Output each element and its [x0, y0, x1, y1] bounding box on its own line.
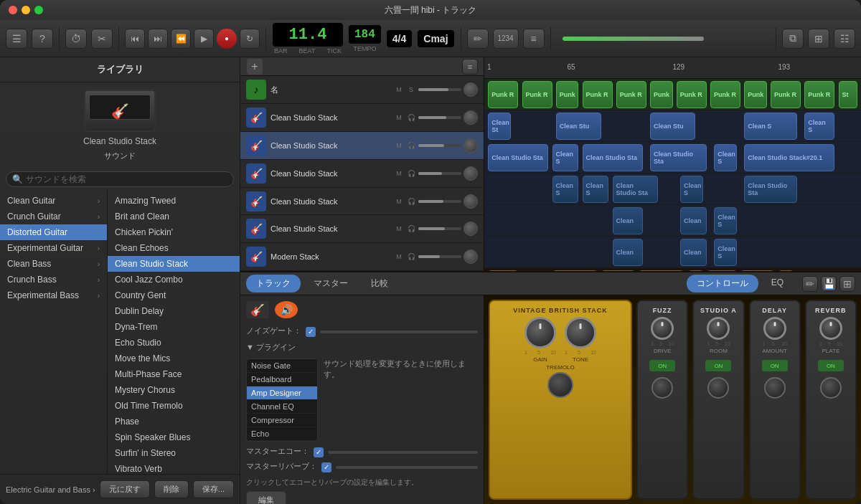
clip-clean-studio-sta-3-4[interactable]: Clean Studio Sta: [650, 144, 707, 171]
smart-controls-btn[interactable]: ⧉: [782, 29, 804, 49]
master-echo-slider[interactable]: [328, 451, 478, 454]
clip-clean-5-2[interactable]: Clean: [680, 207, 707, 234]
clip-clean-s-3-5[interactable]: Clean S: [714, 144, 737, 171]
library-subitem-brit-and-clean[interactable]: Brit and Clean: [108, 209, 240, 224]
clip-clean-s-6-3[interactable]: Clean S: [714, 239, 737, 266]
clip-clean-stu-2-2[interactable]: Clean Stu: [556, 113, 601, 140]
tab-compare[interactable]: 比較: [361, 275, 398, 293]
library-subitem-echo-studio[interactable]: Echo Studio: [108, 335, 240, 351]
clip-punk-r-2[interactable]: Punk R: [522, 81, 552, 108]
compare-btn[interactable]: ⊞: [839, 276, 855, 292]
library-item-crunch-bass[interactable]: Crunch Bass ›: [0, 272, 107, 287]
track-pan-knob-1[interactable]: [464, 82, 478, 97]
mute-btn-5[interactable]: M: [394, 196, 404, 206]
mute-btn-6[interactable]: M: [394, 224, 404, 234]
track-row-5[interactable]: 🎸 Clean Studio Stack M 🎧: [240, 188, 484, 216]
reverb-tremolo-knob[interactable]: [820, 377, 842, 399]
clip-punk-r-10[interactable]: Punk R: [771, 81, 801, 108]
clip-modern-stack07-7-4[interactable]: Modern Stack#07.1: [639, 270, 684, 271]
clip-modern-stac-7-6[interactable]: Modern Stac: [707, 270, 737, 271]
amp-gain-knob[interactable]: [524, 317, 556, 348]
tremolo-knob[interactable]: [547, 372, 573, 398]
library-subitem-dublin-delay[interactable]: Dublin Delay: [108, 303, 240, 319]
delete-button[interactable]: 削除: [154, 480, 189, 498]
library-item-clean-guitar[interactable]: Clean Guitar ›: [0, 193, 107, 209]
rewind-btn[interactable]: ⏮: [125, 29, 145, 49]
master-reverb-slider[interactable]: [336, 466, 478, 469]
library-btn[interactable]: ☰: [6, 29, 27, 49]
library-subitem-old-time-tremolo[interactable]: Old Time Tremolo: [108, 398, 240, 414]
clip-clean-s-3-2[interactable]: Clean S: [552, 144, 579, 171]
amp-tone-knob[interactable]: [565, 317, 596, 348]
fast-forward-btn[interactable]: ⏭: [148, 29, 168, 49]
library-subitem-mystery-chorus[interactable]: Mystery Chorus: [108, 382, 240, 398]
clip-clean-studio-sta-3-1[interactable]: Clean Studio Sta: [488, 144, 548, 171]
track-row-3[interactable]: 🎸 Clean Studio Stack M 🎧: [240, 132, 484, 160]
edit-button[interactable]: 編集: [246, 491, 286, 504]
pencil-btn[interactable]: ✏: [802, 276, 818, 292]
fuzz-on-toggle[interactable]: ON: [649, 360, 675, 371]
clip-mo-7-8[interactable]: Mo: [778, 270, 794, 271]
tempo-display[interactable]: 184: [348, 24, 382, 44]
clip-clean-s-2-5[interactable]: Clean S: [804, 113, 834, 140]
clip-punk-r-7[interactable]: Punk R: [677, 81, 707, 108]
tab-eq[interactable]: EQ: [761, 275, 794, 293]
note-display-btn[interactable]: 1234: [493, 29, 519, 49]
clip-punk-r-8[interactable]: Punk R: [710, 81, 740, 108]
clip-clean-stu-2-3[interactable]: Clean Stu: [650, 113, 695, 140]
library-subitem-cool-jazz-combo[interactable]: Cool Jazz Combo: [108, 272, 240, 287]
headphone-btn-4[interactable]: 🎧: [406, 168, 416, 179]
clip-punk-9[interactable]: Punk: [744, 81, 767, 108]
key-display[interactable]: Cmaj: [417, 29, 454, 48]
library-subitem-clean-studio-stack[interactable]: Clean Studio Stack: [108, 256, 240, 272]
plugin-noise-gate[interactable]: Noise Gate: [247, 359, 317, 373]
studio-a-on-toggle[interactable]: ON: [705, 360, 731, 371]
master-volume[interactable]: [563, 37, 764, 41]
library-subitem-clean-echoes[interactable]: Clean Echoes: [108, 240, 240, 256]
studio-a-room-knob[interactable]: [707, 317, 730, 340]
clip-clean-studio-stack20-3-6[interactable]: Clean Studio Stack#20.1: [744, 144, 834, 171]
track-pan-knob-2[interactable]: [464, 110, 478, 125]
reverb-plate-knob[interactable]: [819, 317, 842, 340]
mute-btn-4[interactable]: M: [394, 168, 404, 179]
clip-punk-r-4[interactable]: Punk R: [583, 81, 613, 108]
time-signature-display[interactable]: 4/4: [386, 29, 413, 48]
track-row-1[interactable]: ♪ 名 M S: [240, 76, 484, 104]
clip-clean-studio-sta-3-3[interactable]: Clean Studio Sta: [583, 144, 643, 171]
clip-clean-s-4-1[interactable]: Clean S: [552, 176, 579, 203]
tab-track[interactable]: トラック: [246, 275, 301, 293]
help-btn[interactable]: ?: [32, 29, 53, 49]
minimize-button[interactable]: [22, 6, 30, 14]
track-pan-knob-5[interactable]: [464, 194, 478, 209]
clip-st-1[interactable]: St: [839, 81, 857, 108]
library-subitem-phase[interactable]: Phase: [108, 414, 240, 429]
solo-btn-1[interactable]: S: [406, 85, 416, 95]
library-subitem-surfin-in-stereo[interactable]: Surfin' in Stereo: [108, 445, 240, 461]
save-button[interactable]: 保存...: [193, 480, 234, 498]
tab-master[interactable]: マスター: [304, 275, 358, 293]
track-volume-7[interactable]: [418, 255, 461, 258]
library-subitem-country-gent[interactable]: Country Gent: [108, 287, 240, 303]
master-echo-checkbox[interactable]: ✓: [314, 447, 324, 457]
add-track-button[interactable]: +: [246, 58, 263, 75]
maximize-button[interactable]: [34, 6, 43, 14]
track-options-btn[interactable]: ≡: [462, 59, 478, 75]
plugin-echo[interactable]: Echo: [247, 427, 317, 441]
search-input[interactable]: [26, 174, 227, 184]
go-to-beginning-btn[interactable]: ⏪: [171, 29, 191, 49]
clip-clean-s-2-4[interactable]: Clean S: [744, 113, 797, 140]
clip-clean-studio-sta-4-5[interactable]: Clean Studio Sta: [744, 176, 797, 203]
clip-clean-6-2[interactable]: Clean: [680, 239, 707, 266]
clip-punk-r-11[interactable]: Punk R: [804, 81, 834, 108]
fuzz-drive-knob[interactable]: [651, 317, 674, 340]
save-detail-btn[interactable]: 💾: [821, 276, 837, 292]
clip-clean-s-4-4[interactable]: Clean S: [680, 176, 703, 203]
mute-btn-1[interactable]: M: [394, 85, 404, 95]
track-volume-1[interactable]: [418, 88, 461, 91]
browser-btn[interactable]: ☷: [834, 29, 855, 49]
mute-btn-3[interactable]: M: [394, 141, 404, 151]
library-subitem-amazing-tweed[interactable]: Amazing Tweed: [108, 193, 240, 209]
library-subitem-move-the-mics[interactable]: Move the Mics: [108, 351, 240, 366]
clip-modern-stack05-7-2[interactable]: Modern Stack#05.1: [552, 270, 598, 271]
close-button[interactable]: [9, 6, 17, 14]
